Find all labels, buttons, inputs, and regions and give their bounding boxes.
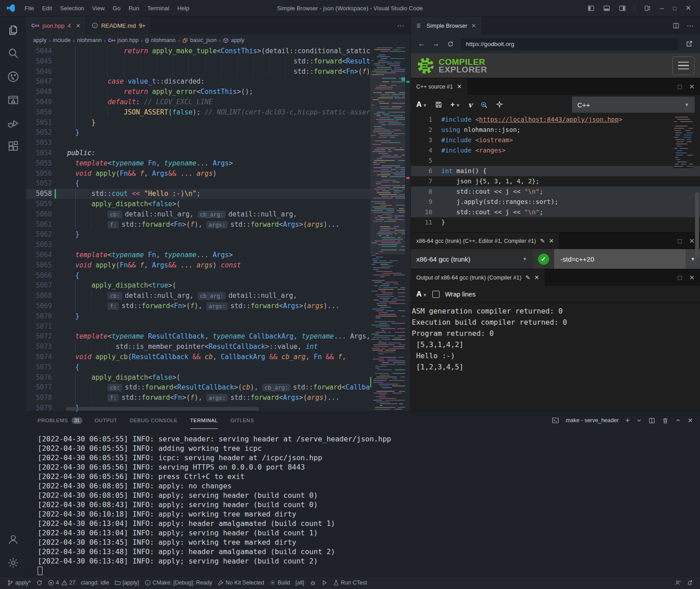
- wrap-lines-checkbox[interactable]: [432, 291, 440, 298]
- breadcrumb-item-json.hpp[interactable]: C++json.hpp: [108, 37, 138, 43]
- menu-terminal[interactable]: Terminal: [143, 5, 173, 12]
- code-line[interactable]: 5047 case value_t::discarded:: [26, 76, 410, 87]
- minimap[interactable]: [370, 46, 405, 411]
- code-line[interactable]: 5049 default: // LCOV_EXCL_LINE: [26, 97, 410, 107]
- menu-selection[interactable]: Selection: [56, 5, 88, 12]
- preview-icon[interactable]: [2, 88, 24, 111]
- code-line[interactable]: 5052 }: [26, 127, 410, 138]
- panel-tab-terminal[interactable]: TERMINAL: [190, 412, 218, 429]
- godbolt-code-line[interactable]: 10 std::cout << j << "\n";: [411, 207, 700, 217]
- code-editor[interactable]: 5044 return apply_make_tuple<ConstThis>(…: [26, 46, 410, 411]
- window-controls[interactable]: ─ □ ✕: [588, 4, 700, 12]
- godbolt-code-line[interactable]: 1#include <https://localhost:8443/apply/…: [411, 114, 700, 125]
- menu-help[interactable]: Help: [173, 5, 193, 12]
- panel-tab-problems[interactable]: PROBLEMS31: [38, 412, 82, 429]
- customize-layout-icon[interactable]: [644, 5, 651, 12]
- menu-edit[interactable]: Edit: [38, 5, 56, 12]
- status-item-git-branch-apply[interactable]: apply*: [4, 576, 34, 589]
- code-line[interactable]: 5056 void apply(Fn&& f, Args&& ... args): [26, 169, 410, 179]
- code-line[interactable]: 5059 apply_dispatch<false>(: [26, 199, 410, 209]
- godbolt-code-line[interactable]: 8 std::cout << j << "\n";: [411, 186, 700, 197]
- status-item-clangd-idle[interactable]: clangd: idle: [78, 576, 112, 589]
- code-line[interactable]: 5060 cb:detail::null_arg, cb_arg:detail:…: [26, 209, 410, 220]
- explorer-icon[interactable]: [2, 18, 24, 42]
- account-icon[interactable]: [2, 528, 24, 551]
- menu-view[interactable]: View: [88, 5, 109, 12]
- close-icon[interactable]: ✕: [534, 274, 539, 281]
- add-pane-button[interactable]: +▼: [450, 100, 460, 109]
- menu-go[interactable]: Go: [109, 5, 124, 12]
- status-item-all[interactable]: [all]: [293, 576, 307, 589]
- page-scrollbar[interactable]: [695, 193, 699, 258]
- panel-tab-gitlens[interactable]: GITLENS: [230, 412, 254, 429]
- status-item-info-cmake-debug-ready[interactable]: CMake: [Debug]: Ready: [142, 576, 215, 589]
- split-terminal-icon[interactable]: [649, 417, 655, 424]
- compiler-pane-tab[interactable]: x86-64 gcc (trunk) (C++, Editor #1, Comp…: [411, 233, 559, 249]
- url-input[interactable]: https://godbolt.org: [461, 38, 679, 50]
- code-line[interactable]: 5070 }: [26, 311, 410, 322]
- code-line[interactable]: 5066 {: [26, 271, 410, 281]
- output-pane-tab[interactable]: Output of x86-64 gcc (trunk) (Compiler #…: [411, 269, 545, 286]
- more-actions-icon[interactable]: ⋯: [687, 21, 694, 30]
- close-icon[interactable]: ✕: [471, 22, 476, 29]
- menu-file[interactable]: File: [21, 5, 38, 12]
- save-icon[interactable]: [435, 101, 442, 108]
- code-line[interactable]: 5045 std::forward<ResultCallback>(cb),: [26, 56, 410, 67]
- code-line[interactable]: 5068 cb:detail::null_arg, cb_arg:detail:…: [26, 291, 410, 301]
- code-line[interactable]: 5044 return apply_make_tuple<ConstThis>(…: [26, 46, 410, 56]
- settings-gear-icon[interactable]: [2, 551, 24, 574]
- breadcrumb[interactable]: apply›include›nlohmann›C++json.hpp›{}nlo…: [26, 34, 410, 46]
- editor-actions-more-icon[interactable]: ⋯: [397, 17, 410, 34]
- godbolt-code-line[interactable]: 5: [411, 156, 700, 166]
- close-pane-icon[interactable]: ✕: [689, 274, 695, 282]
- godbolt-code-line[interactable]: 4#include <ranges>: [411, 145, 700, 156]
- edit-icon[interactable]: ✎: [525, 274, 530, 281]
- status-item-feedback[interactable]: [672, 580, 684, 586]
- godbolt-source-editor[interactable]: 1#include <https://localhost:8443/apply/…: [411, 114, 700, 232]
- tab-readme[interactable]: README.md 9+: [86, 17, 151, 34]
- code-line[interactable]: 5075 {: [26, 362, 410, 373]
- close-icon[interactable]: ✕: [76, 22, 81, 29]
- back-icon[interactable]: ←: [415, 40, 428, 48]
- forward-icon[interactable]: →: [430, 40, 442, 48]
- source-pane-tab[interactable]: C++ source #1 ✕: [411, 78, 467, 95]
- close-icon[interactable]: ✕: [457, 83, 462, 90]
- minimize-button[interactable]: ─: [660, 5, 664, 12]
- language-select[interactable]: C++▼: [572, 97, 695, 113]
- code-line[interactable]: 5063: [26, 240, 410, 250]
- code-line[interactable]: 5048 return apply_error<ConstThis>();: [26, 87, 410, 97]
- search-icon[interactable]: [2, 42, 24, 65]
- maximize-pane-icon[interactable]: □: [678, 274, 682, 281]
- code-line[interactable]: 5073 std::is_member_pointer<ResultCallba…: [26, 342, 410, 352]
- extensions-icon[interactable]: [2, 135, 24, 158]
- font-size-button[interactable]: A▼: [416, 290, 427, 299]
- code-line[interactable]: 5074 void apply_cb(ResultCallback && cb,…: [26, 352, 410, 362]
- font-size-button[interactable]: A▼: [416, 100, 427, 109]
- zoom-icon[interactable]: [480, 101, 488, 109]
- godbolt-code-line[interactable]: 7 json j{5, 3, 1, 4, 2};: [411, 176, 700, 186]
- panel-tab-debug-console[interactable]: DEBUG CONSOLE: [130, 412, 178, 429]
- tab-simple-browser[interactable]: Simple Browser ✕: [411, 17, 482, 34]
- toggle-panel-icon[interactable]: [603, 5, 610, 12]
- status-item-folder-apply[interactable]: [apply]: [112, 576, 142, 589]
- code-line[interactable]: 5046 std::forward<Fn>(f),: [26, 67, 410, 77]
- code-line[interactable]: 5064 template<typename Fn, typename... A…: [26, 250, 410, 260]
- toggle-sidebar-icon[interactable]: [588, 5, 594, 12]
- compiler-options-input[interactable]: -std=c++20: [554, 249, 686, 269]
- status-item-gear-build[interactable]: Build: [267, 576, 293, 589]
- breadcrumb-item-nlohmann[interactable]: {}nlohmann: [145, 37, 175, 43]
- code-line[interactable]: 5051 }: [26, 118, 410, 128]
- run-debug-icon[interactable]: [2, 111, 24, 135]
- status-item-play[interactable]: [319, 576, 330, 589]
- menu-bar[interactable]: FileEditSelectionViewGoRunTerminalHelp: [21, 5, 193, 12]
- close-button[interactable]: ✕: [685, 4, 691, 12]
- breadcrumb-item-nlohmann[interactable]: nlohmann: [77, 37, 102, 43]
- terminal-dropdown-icon[interactable]: [636, 418, 642, 423]
- code-line[interactable]: 5062 }: [26, 229, 410, 240]
- code-line[interactable]: 5053: [26, 138, 410, 148]
- code-line[interactable]: 5050 JSON_ASSERT(false); // NOLINT(cert-…: [26, 107, 410, 118]
- status-item-error-4-warning-27[interactable]: 427: [45, 576, 78, 589]
- godbolt-code-line[interactable]: 9 j.apply(std::ranges::sort);: [411, 197, 700, 207]
- open-external-icon[interactable]: [683, 40, 696, 47]
- status-item-tools-no-kit-selected[interactable]: No Kit Selected: [215, 576, 267, 589]
